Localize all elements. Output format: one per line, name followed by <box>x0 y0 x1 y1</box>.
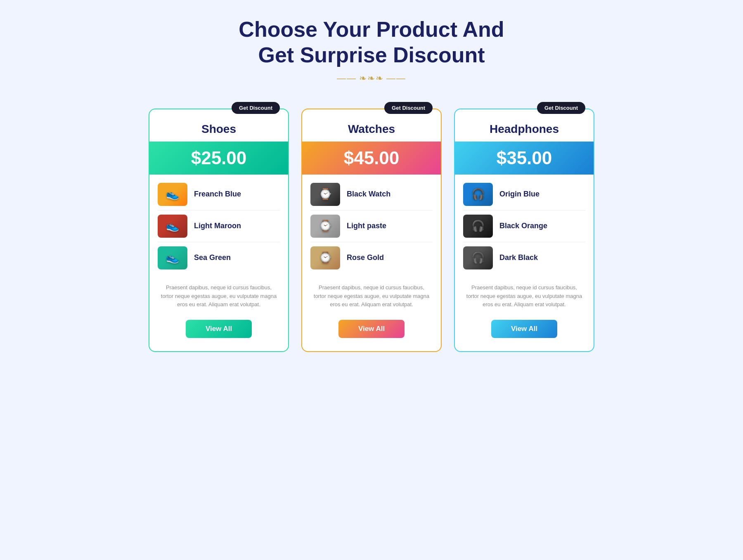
watches-view-all-button[interactable]: View All <box>338 320 405 338</box>
headphones-product-name-0: Origin Blue <box>499 190 540 198</box>
watches-thumb-icon-0: ⌚ <box>319 188 332 201</box>
headphones-thumb-icon-2: 🎧 <box>471 251 485 264</box>
headphones-product-thumb-0: 🎧 <box>463 183 493 206</box>
headphones-price-banner: $35.00 <box>455 142 594 175</box>
shoes-price-banner: $25.00 <box>149 142 288 175</box>
shoes-card-title: Shoes <box>149 109 288 142</box>
headphones-product-name-2: Dark Black <box>499 253 538 262</box>
decorative-divider: —— ❧❧❧ —— <box>239 73 504 84</box>
shoes-price-text: $25.00 <box>191 148 247 168</box>
shoes-thumb-icon-2: 👟 <box>166 251 179 264</box>
headphones-product-thumb-1: 🎧 <box>463 215 493 238</box>
watches-description: Praesent dapibus, neque id cursus faucib… <box>302 278 441 317</box>
card-headphones: Get DiscountHeadphones$35.00🎧Origin Blue… <box>454 109 594 352</box>
headphones-product-item-1[interactable]: 🎧Black Orange <box>463 210 585 242</box>
headphones-product-thumb-2: 🎧 <box>463 246 493 269</box>
watches-price-text: $45.00 <box>344 148 400 168</box>
shoes-discount-badge[interactable]: Get Discount <box>232 102 280 114</box>
shoes-thumb-icon-0: 👟 <box>166 188 179 201</box>
shoes-product-name-1: Light Maroon <box>194 222 241 230</box>
shoes-product-thumb-0: 👟 <box>158 183 187 206</box>
headphones-card-title: Headphones <box>455 109 594 142</box>
shoes-product-list: 👟Freanch Blue👟Light Maroon👟Sea Green <box>149 175 288 278</box>
watches-discount-badge[interactable]: Get Discount <box>384 102 433 114</box>
shoes-product-thumb-1: 👟 <box>158 215 187 238</box>
watches-product-list: ⌚Black Watch⌚Light paste⌚Rose Gold <box>302 175 441 278</box>
headphones-price-text: $35.00 <box>497 148 552 168</box>
watches-product-name-2: Rose Gold <box>347 253 384 262</box>
watches-card-title: Watches <box>302 109 441 142</box>
shoes-product-name-2: Sea Green <box>194 253 231 262</box>
headphones-product-name-1: Black Orange <box>499 222 547 230</box>
watches-thumb-icon-2: ⌚ <box>319 251 332 264</box>
headphones-description: Praesent dapibus, neque id cursus faucib… <box>455 278 594 317</box>
watches-product-item-2[interactable]: ⌚Rose Gold <box>310 242 433 274</box>
headphones-thumb-icon-0: 🎧 <box>471 188 485 201</box>
headphones-product-list: 🎧Origin Blue🎧Black Orange🎧Dark Black <box>455 175 594 278</box>
cards-container: Get DiscountShoes$25.00👟Freanch Blue👟Lig… <box>103 109 640 352</box>
shoes-product-item-0[interactable]: 👟Freanch Blue <box>158 179 280 210</box>
shoes-product-item-2[interactable]: 👟Sea Green <box>158 242 280 274</box>
headphones-product-item-0[interactable]: 🎧Origin Blue <box>463 179 585 210</box>
headphones-product-item-2[interactable]: 🎧Dark Black <box>463 242 585 274</box>
watches-product-item-1[interactable]: ⌚Light paste <box>310 210 433 242</box>
card-watches: Get DiscountWatches$45.00⌚Black Watch⌚Li… <box>301 109 442 352</box>
watches-product-thumb-1: ⌚ <box>310 215 340 238</box>
watches-product-thumb-0: ⌚ <box>310 183 340 206</box>
card-shoes: Get DiscountShoes$25.00👟Freanch Blue👟Lig… <box>149 109 289 352</box>
shoes-product-name-0: Freanch Blue <box>194 190 241 198</box>
shoes-thumb-icon-1: 👟 <box>166 220 179 232</box>
shoes-product-item-1[interactable]: 👟Light Maroon <box>158 210 280 242</box>
shoes-view-all-button[interactable]: View All <box>186 320 252 338</box>
watches-thumb-icon-1: ⌚ <box>319 220 332 232</box>
watches-product-item-0[interactable]: ⌚Black Watch <box>310 179 433 210</box>
headphones-discount-badge[interactable]: Get Discount <box>537 102 585 114</box>
watches-price-banner: $45.00 <box>302 142 441 175</box>
page-title: Choose Your Product And Get Surprise Dis… <box>239 17 504 68</box>
watches-product-thumb-2: ⌚ <box>310 246 340 269</box>
headphones-view-all-button[interactable]: View All <box>491 320 557 338</box>
headphones-thumb-icon-1: 🎧 <box>471 220 485 232</box>
shoes-product-thumb-2: 👟 <box>158 246 187 269</box>
shoes-description: Praesent dapibus, neque id cursus faucib… <box>149 278 288 317</box>
page-header: Choose Your Product And Get Surprise Dis… <box>239 17 504 96</box>
watches-product-name-0: Black Watch <box>347 190 390 198</box>
watches-product-name-1: Light paste <box>347 222 386 230</box>
